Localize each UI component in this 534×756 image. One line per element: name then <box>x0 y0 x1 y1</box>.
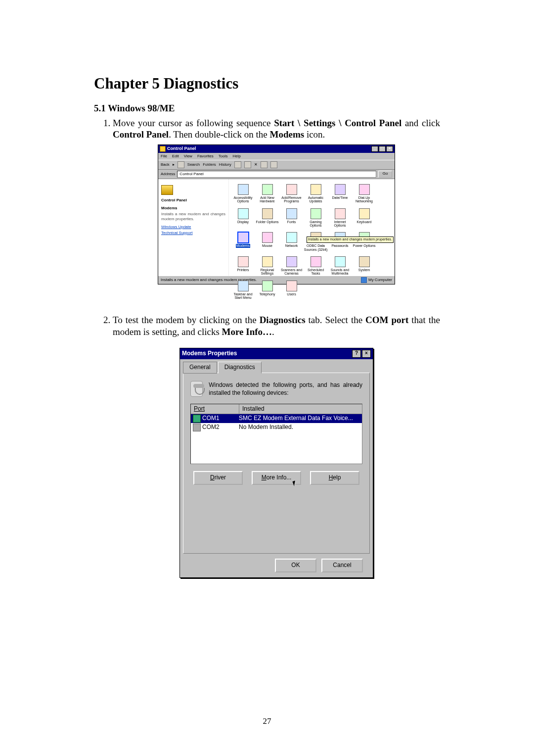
text: and click <box>401 118 440 128</box>
close-button[interactable]: × <box>386 146 393 152</box>
address-value: Control Panel <box>179 172 203 176</box>
cp-item-datetime[interactable]: Date/Time <box>328 184 352 203</box>
menu-file[interactable]: File <box>161 154 167 159</box>
port-name: COM2 <box>202 424 220 431</box>
cp-item-sounds[interactable]: Sounds and Multimedia <box>328 256 352 276</box>
cp-item-internet[interactable]: Internet Options <box>328 208 352 228</box>
folders-button[interactable]: Folders <box>203 162 216 167</box>
programs-icon <box>286 184 297 195</box>
cp-item-network[interactable]: Network <box>279 232 304 251</box>
dialog-buttons: ? × <box>352 350 371 358</box>
menu-help[interactable]: Help <box>232 154 240 159</box>
cp-item-keyboard[interactable]: Keyboard <box>352 208 376 228</box>
text-bold: Modems <box>270 129 305 140</box>
side-panel: Control Panel Modems Installs a new mode… <box>158 179 229 276</box>
text: . <box>272 327 274 337</box>
maximize-button[interactable]: □ <box>379 146 386 152</box>
label: Modems <box>236 244 250 247</box>
cp-item-regional[interactable]: Regional Settings <box>255 256 279 276</box>
label: Fonts <box>287 220 296 224</box>
cp-item-autoupd[interactable]: Automatic Updates <box>304 184 328 203</box>
cp-item-scanners[interactable]: Scanners and Cameras <box>279 256 304 276</box>
port-list[interactable]: Port Installed COM1 SMC EZ Modem Externa… <box>190 404 362 464</box>
search-button[interactable]: Search <box>187 162 200 167</box>
label: Automatic Updates <box>308 196 323 203</box>
mouse-icon <box>262 232 273 243</box>
dialog-body: General Diagnostics Windows detected the… <box>180 359 373 577</box>
hdr-port[interactable]: Port <box>191 404 239 414</box>
address-label: Address <box>161 172 175 177</box>
network-icon <box>286 232 297 243</box>
cp-item-printers[interactable]: Printers <box>231 256 255 276</box>
toolbar-icon[interactable] <box>261 161 267 168</box>
cp-item-fonts[interactable]: Fonts <box>279 208 304 228</box>
detect-row: Windows detected the following ports, an… <box>190 381 362 397</box>
go-button[interactable]: Go <box>378 171 392 178</box>
page: Chapter 5 Diagnostics 5.1 Windows 98/ME … <box>0 0 534 756</box>
menu-view[interactable]: View <box>184 154 192 159</box>
close-button[interactable]: × <box>362 350 371 358</box>
icon-grid: Accessibility Options Add New Hardware A… <box>229 179 395 276</box>
port-cell: COM2 <box>191 424 237 431</box>
tab-general[interactable]: General <box>183 362 217 374</box>
hdr-installed[interactable]: Installed <box>239 404 362 414</box>
address-input[interactable]: Control Panel <box>177 171 376 178</box>
help-button[interactable]: Help <box>310 471 359 485</box>
more-info-button[interactable]: More Info... <box>252 471 301 485</box>
cp-item-taskbar[interactable]: Taskbar and Start Menu <box>231 281 255 300</box>
label: Taskbar and Start Menu <box>233 292 252 299</box>
scanners-icon <box>286 256 297 267</box>
cp-item-system[interactable]: System <box>352 256 376 276</box>
cp-item-sched[interactable]: Scheduled Tasks <box>304 256 328 276</box>
toolbar-icon[interactable] <box>270 161 277 168</box>
up-icon[interactable] <box>178 161 184 168</box>
link-windows-update[interactable]: Windows Update <box>161 225 225 230</box>
figure-control-panel: Control Panel _ □ × File Edit View Favor… <box>113 144 440 284</box>
label: Passwords <box>331 244 348 247</box>
cp-item-mouse[interactable]: Mouse <box>255 232 279 251</box>
driver-button[interactable]: Driver <box>193 471 243 485</box>
dialog-titlebar: Modems Properties ? × <box>180 348 373 359</box>
label: Folder Options <box>256 220 279 224</box>
cancel-button[interactable]: Cancel <box>321 559 363 572</box>
cp-item-dialup[interactable]: Dial-Up Networking <box>352 184 376 203</box>
port-header: Port Installed <box>191 404 362 414</box>
ok-button[interactable]: OK <box>275 559 316 572</box>
text: icon. <box>304 129 325 140</box>
tab-diagnostics[interactable]: Diagnostics <box>218 362 262 374</box>
toolbar-icon[interactable] <box>234 161 241 168</box>
menu-edit[interactable]: Edit <box>172 154 179 159</box>
delete-icon[interactable]: ✕ <box>254 162 258 167</box>
port-row-com1[interactable]: COM1 SMC EZ Modem External Data Fax Voic… <box>191 414 362 423</box>
help-button[interactable]: ? <box>352 350 361 358</box>
sounds-icon <box>335 256 346 267</box>
text-bold: COM port <box>365 315 408 325</box>
cp-item-modems[interactable]: Modems <box>231 232 255 251</box>
link-tech-support[interactable]: Technical Support <box>161 231 225 236</box>
history-button[interactable]: History <box>219 162 231 167</box>
control-panel-icon <box>161 185 173 195</box>
menu-tools[interactable]: Tools <box>219 154 228 159</box>
label: Scheduled Tasks <box>308 268 324 275</box>
minimize-button[interactable]: _ <box>371 146 378 152</box>
rest: river <box>215 474 226 481</box>
my-computer-icon <box>361 277 367 283</box>
text: tab. Select the <box>306 315 366 325</box>
cp-item-folderopts[interactable]: Folder Options <box>255 208 279 228</box>
cp-item-display[interactable]: Display <box>231 208 255 228</box>
menu-favorites[interactable]: Favorites <box>197 154 214 159</box>
toolbar-icon[interactable] <box>244 161 251 168</box>
cp-item-telephony[interactable]: Telephony <box>255 281 279 300</box>
page-number: 27 <box>0 716 534 726</box>
port-row-com2[interactable]: COM2 No Modem Installed. <box>191 423 362 432</box>
text-bold: Control Panel <box>113 129 169 140</box>
cp-item-gaming[interactable]: Gaming Options <box>304 208 328 228</box>
tooltip: Installs a new modem and changes modem p… <box>307 236 394 243</box>
cp-item-addremove[interactable]: Add/Remove Programs <box>279 184 304 203</box>
cp-item-addnewhw[interactable]: Add New Hardware <box>255 184 279 203</box>
tab-panel-diagnostics: Windows detected the following ports, an… <box>183 373 370 554</box>
cp-body: Control Panel Modems Installs a new mode… <box>158 179 395 276</box>
cp-item-accessibility[interactable]: Accessibility Options <box>231 184 255 203</box>
cp-item-users[interactable]: Users <box>279 281 304 300</box>
back-button[interactable]: Back <box>161 162 170 167</box>
